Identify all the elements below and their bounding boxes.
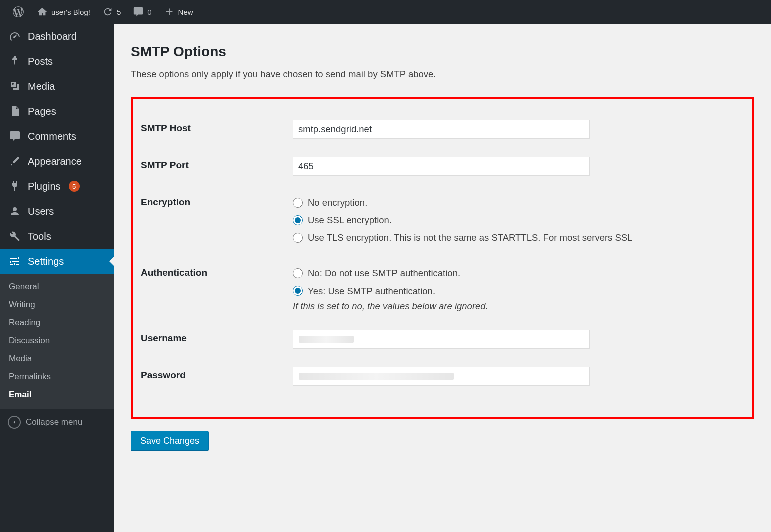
- encryption-ssl-label: Use SSL encryption.: [308, 211, 392, 229]
- page-title: SMTP Options: [131, 44, 754, 60]
- admin-bar: user's Blog! 5 0 New: [0, 0, 771, 24]
- smtp-host-input[interactable]: [293, 120, 590, 139]
- sidebar-item-label: Dashboard: [28, 31, 77, 42]
- sidebar-item-dashboard[interactable]: Dashboard: [0, 24, 114, 49]
- submenu-item-discussion[interactable]: Discussion: [0, 332, 114, 350]
- password-label: Password: [133, 367, 293, 381]
- encryption-tls-radio[interactable]: [293, 233, 303, 243]
- encryption-tls-label: Use TLS encryption. This is not the same…: [308, 229, 632, 246]
- sidebar-item-label: Posts: [28, 56, 53, 67]
- user-icon: [8, 205, 22, 217]
- redacted-password: [299, 373, 454, 380]
- sidebar-item-posts[interactable]: Posts: [0, 49, 114, 74]
- collapse-icon: [8, 416, 21, 429]
- redacted-username: [299, 336, 354, 343]
- plug-icon: [8, 180, 22, 192]
- new-label: New: [178, 8, 194, 16]
- comment-icon: [8, 130, 22, 142]
- home-icon: [37, 6, 48, 17]
- sidebar-item-label: Settings: [28, 256, 64, 267]
- sidebar-item-label: Pages: [28, 106, 56, 117]
- refresh-icon: [102, 6, 114, 17]
- submenu-item-general[interactable]: General: [0, 278, 114, 296]
- auth-yes-radio[interactable]: [293, 286, 303, 296]
- comments-link[interactable]: 0: [127, 0, 158, 24]
- plus-icon: [164, 6, 175, 17]
- sliders-icon: [8, 255, 22, 267]
- wrench-icon: [8, 230, 22, 242]
- submenu-item-media[interactable]: Media: [0, 350, 114, 368]
- site-name: user's Blog!: [52, 8, 90, 16]
- auth-yes-label: Yes: Use SMTP authentication.: [308, 282, 436, 300]
- auth-no-label: No: Do not use SMTP authentication.: [308, 264, 460, 282]
- media-icon: [8, 80, 22, 92]
- admin-sidebar: Dashboard Posts Media Pages Comments: [0, 24, 114, 532]
- pushpin-icon: [8, 55, 22, 67]
- updates-count: 5: [117, 8, 121, 16]
- sidebar-item-appearance[interactable]: Appearance: [0, 149, 114, 174]
- sidebar-item-media[interactable]: Media: [0, 74, 114, 99]
- submenu-item-writing[interactable]: Writing: [0, 296, 114, 314]
- sidebar-item-plugins[interactable]: Plugins 5: [0, 174, 114, 199]
- authentication-label: Authentication: [133, 264, 293, 278]
- updates-link[interactable]: 5: [96, 0, 127, 24]
- encryption-none-radio[interactable]: [293, 198, 303, 208]
- auth-no-radio[interactable]: [293, 268, 303, 278]
- smtp-host-label: SMTP Host: [133, 120, 293, 134]
- smtp-port-input[interactable]: [293, 157, 590, 176]
- submenu-item-reading[interactable]: Reading: [0, 314, 114, 332]
- collapse-label: Collapse menu: [26, 417, 82, 427]
- comment-icon: [133, 6, 144, 17]
- wordpress-logo-icon: [12, 5, 25, 18]
- sidebar-item-label: Media: [28, 81, 55, 92]
- sidebar-item-label: Plugins: [28, 181, 61, 192]
- encryption-label: Encryption: [133, 194, 293, 208]
- collapse-menu-button[interactable]: Collapse menu: [0, 409, 114, 436]
- encryption-ssl-radio[interactable]: [293, 215, 303, 225]
- encryption-none-label: No encryption.: [308, 194, 368, 211]
- paintbrush-icon: [8, 155, 22, 167]
- sidebar-item-settings[interactable]: Settings: [0, 249, 114, 274]
- sidebar-item-pages[interactable]: Pages: [0, 99, 114, 124]
- site-name-link[interactable]: user's Blog!: [31, 0, 96, 24]
- submenu-item-email[interactable]: Email: [0, 386, 114, 404]
- sidebar-item-comments[interactable]: Comments: [0, 124, 114, 149]
- gauge-icon: [8, 30, 22, 42]
- sidebar-item-users[interactable]: Users: [0, 199, 114, 224]
- sidebar-item-tools[interactable]: Tools: [0, 224, 114, 249]
- wp-logo[interactable]: [6, 0, 31, 24]
- auth-help-text: If this is set to no, the values below a…: [293, 301, 752, 312]
- settings-submenu: General Writing Reading Discussion Media…: [0, 274, 114, 409]
- plugins-update-badge: 5: [69, 181, 80, 192]
- smtp-options-box: SMTP Host SMTP Port Encryption No encryp…: [131, 97, 754, 419]
- save-changes-button[interactable]: Save Changes: [131, 431, 209, 451]
- submenu-item-permalinks[interactable]: Permalinks: [0, 368, 114, 386]
- smtp-port-label: SMTP Port: [133, 157, 293, 171]
- comments-count: 0: [148, 8, 152, 16]
- page-description: These options only apply if you have cho…: [131, 69, 754, 80]
- sidebar-item-label: Comments: [28, 131, 76, 142]
- username-label: Username: [133, 330, 293, 344]
- sidebar-item-label: Tools: [28, 231, 52, 242]
- page-icon: [8, 105, 22, 117]
- sidebar-item-label: Users: [28, 206, 54, 217]
- main-content: SMTP Options These options only apply if…: [114, 24, 771, 532]
- sidebar-item-label: Appearance: [28, 156, 82, 167]
- new-content-link[interactable]: New: [158, 0, 200, 24]
